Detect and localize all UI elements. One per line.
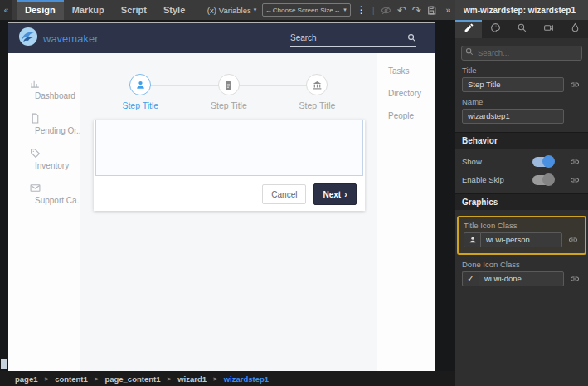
canvas-page: wavemaker Dashboard: [8, 22, 435, 371]
breadcrumb-separator: >: [95, 375, 99, 383]
list-item-directory[interactable]: Directory: [377, 89, 435, 98]
enable-skip-toggle[interactable]: [532, 175, 554, 185]
behavior-section-header: Behavior: [455, 132, 588, 149]
brand-name: wavemaker: [43, 32, 98, 45]
file-icon: [30, 113, 80, 124]
name-field-input[interactable]: [462, 109, 564, 124]
properties-search: [461, 44, 582, 61]
wizard-area: Step Title Step Title Step Title: [80, 53, 377, 371]
breadcrumb-separator: >: [213, 375, 217, 383]
breadcrumb-wizardstep1[interactable]: wizardstep1: [224, 374, 269, 384]
graphics-section-header: Graphics: [455, 193, 588, 210]
bind-link-icon[interactable]: [568, 157, 581, 167]
nav-item-dashboard[interactable]: Dashboard: [8, 78, 80, 100]
next-button[interactable]: Next ›: [313, 183, 356, 205]
name-field-label: Name: [462, 97, 581, 106]
more-options-icon[interactable]: ⋮: [357, 4, 367, 16]
header-search-input[interactable]: [290, 33, 407, 42]
collapse-left-icon[interactable]: «: [0, 0, 12, 20]
breadcrumb: page1 > content1 > page_content1 > wizar…: [0, 371, 455, 386]
title-icon-class-input[interactable]: [480, 232, 562, 247]
title-field-label: Title: [462, 66, 581, 75]
breadcrumb-page1[interactable]: page1: [15, 374, 37, 384]
tab-style[interactable]: Style: [155, 0, 193, 20]
tab-styles[interactable]: [482, 20, 508, 38]
bind-link-icon[interactable]: [568, 175, 581, 185]
app-header[interactable]: wavemaker: [8, 23, 435, 53]
tab-markup[interactable]: Markup: [64, 0, 113, 20]
nav-item-inventory[interactable]: Inventory: [8, 148, 80, 170]
variables-icon: (x): [207, 6, 216, 15]
panel-tabs: [455, 20, 588, 38]
bar-chart-icon: [30, 78, 80, 89]
title-icon-class-label: Title Icon Class: [464, 221, 580, 230]
tab-theme[interactable]: [561, 20, 588, 38]
breadcrumb-separator: >: [44, 375, 48, 383]
title-icon-class-highlight: Title Icon Class: [457, 216, 586, 255]
breadcrumb-separator: >: [167, 375, 171, 383]
tab-inspect[interactable]: [508, 20, 535, 38]
show-property-row: Show: [455, 157, 588, 167]
selected-widget-title: wm-wizardstep: wizardstep1: [455, 0, 588, 20]
bind-link-icon[interactable]: [568, 80, 581, 90]
done-icon-class-input[interactable]: [479, 271, 564, 286]
cancel-button[interactable]: Cancel: [262, 184, 306, 204]
person-icon: [129, 74, 151, 95]
canvas-scroll-corner: [1, 359, 7, 369]
nav-item-pending-orders[interactable]: Pending Or...: [8, 113, 80, 135]
screen-size-select[interactable]: -- Choose Screen Size -- ▾: [262, 3, 351, 17]
chevron-right-icon: ›: [344, 190, 347, 199]
properties-search-input[interactable]: [461, 46, 582, 61]
search-icon: [407, 31, 416, 46]
list-item-tasks[interactable]: Tasks: [377, 66, 435, 76]
chevron-down-icon: ▾: [343, 7, 347, 13]
design-canvas: wavemaker Dashboard: [0, 20, 455, 371]
properties-panel: Title Name Behavior Show Enable Skip Gra…: [455, 20, 588, 386]
title-field-input[interactable]: [462, 77, 564, 92]
mode-tabs: Design Markup Script Style: [17, 0, 193, 20]
undo-icon[interactable]: ↶: [397, 5, 406, 16]
preview-eye-off-icon[interactable]: [381, 5, 391, 16]
person-icon: [464, 232, 480, 247]
wizard-step-content[interactable]: [95, 120, 363, 176]
toolbar-divider: |: [372, 5, 375, 15]
redo-icon[interactable]: ↷: [412, 5, 421, 16]
breadcrumb-content1[interactable]: content1: [55, 374, 88, 384]
wavemaker-logo-icon: [18, 27, 38, 50]
wizard-step-1[interactable]: Step Title: [96, 74, 185, 110]
brand: wavemaker: [18, 27, 98, 50]
camera-icon: [543, 22, 554, 37]
check-icon: ✓: [462, 271, 479, 286]
tab-design[interactable]: Design: [17, 0, 64, 20]
wizard-actions: Cancel Next ›: [94, 178, 365, 211]
show-label: Show: [462, 157, 532, 166]
list-item-people[interactable]: People: [377, 111, 435, 120]
header-search[interactable]: [290, 29, 416, 47]
tab-script[interactable]: Script: [113, 0, 155, 20]
breadcrumb-page-content1[interactable]: page_content1: [104, 374, 160, 384]
wizard-card: Cancel Next ›: [94, 120, 365, 211]
variables-dropdown[interactable]: (x) Variables ▾: [207, 6, 257, 15]
tab-device[interactable]: [535, 20, 561, 38]
wizard-step-2[interactable]: Step Title: [185, 74, 274, 110]
wizard-steps: Step Title Step Title Step Title: [96, 74, 362, 110]
show-toggle[interactable]: [532, 157, 554, 167]
enable-skip-property-row: Enable Skip: [455, 175, 588, 185]
wizard-step-3[interactable]: Step Title: [273, 74, 362, 110]
tag-icon: [30, 148, 80, 159]
envelope-icon: [30, 183, 80, 193]
tab-properties[interactable]: [455, 20, 482, 38]
bind-link-icon[interactable]: [568, 274, 581, 284]
bank-icon: [306, 74, 328, 95]
palette-icon: [490, 22, 501, 37]
save-icon[interactable]: [426, 5, 437, 16]
nav-item-support-cases[interactable]: Support Ca...: [8, 183, 80, 205]
breadcrumb-wizard1[interactable]: wizard1: [177, 374, 207, 384]
enable-skip-label: Enable Skip: [462, 175, 532, 184]
bind-link-icon[interactable]: [566, 235, 580, 245]
done-icon-class-label: Done Icon Class: [462, 260, 581, 269]
chevron-down-icon: ▾: [254, 7, 257, 13]
right-list: Tasks Directory People: [377, 53, 435, 371]
studio-toolbar: « Design Markup Script Style (x) Variabl…: [0, 0, 455, 20]
expand-panel-icon[interactable]: »: [443, 6, 453, 15]
